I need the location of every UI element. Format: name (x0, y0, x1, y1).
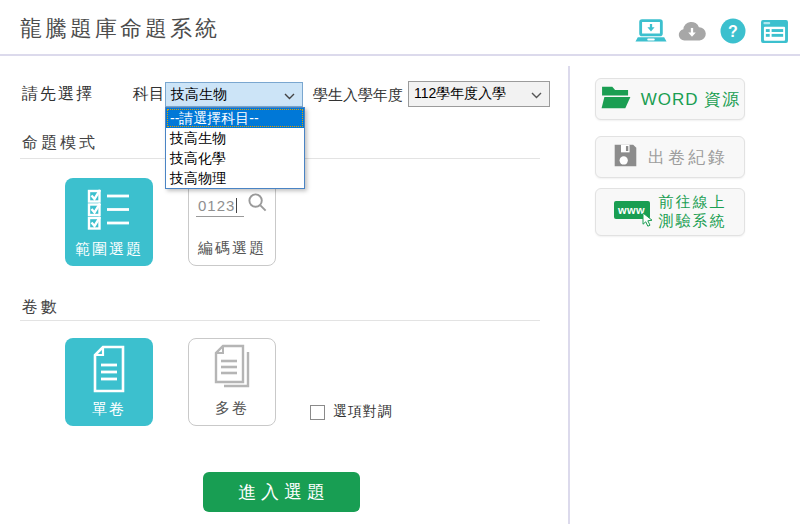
online-test-label: 前往線上 測驗系統 (659, 193, 727, 231)
subject-label: 科目 (133, 84, 165, 105)
header: 龍騰題庫命題系統 ? (0, 0, 800, 56)
chevron-down-icon (284, 87, 295, 103)
online-test-line1: 前往線上 (659, 193, 727, 210)
range-button-label: 範圍選題 (75, 240, 143, 259)
swap-options-checkbox[interactable] (310, 405, 325, 420)
cloud-download-icon[interactable] (676, 17, 708, 45)
word-resource-button[interactable]: WORD 資源 (595, 78, 745, 120)
app-title: 龍騰題庫命題系統 (20, 14, 220, 44)
subject-select-value: 技高生物 (171, 86, 227, 104)
online-test-line2: 測驗系統 (659, 212, 727, 229)
multi-paper-button[interactable]: 多卷 (188, 338, 276, 426)
code-button-label: 編碼選題 (198, 239, 266, 258)
word-resource-label: WORD 資源 (641, 88, 741, 111)
text-caret (236, 198, 237, 213)
range-select-button[interactable]: 範圍選題 (65, 178, 153, 266)
checklist-icon (86, 178, 132, 240)
year-select[interactable]: 112學年度入學 (408, 81, 550, 107)
www-cursor-icon: www (614, 201, 650, 223)
code-input-value: 0123 (198, 197, 235, 214)
multi-paper-label: 多卷 (215, 399, 249, 418)
help-icon[interactable]: ? (717, 17, 749, 45)
dropdown-option-physics[interactable]: 技高物理 (166, 168, 304, 188)
search-icon[interactable] (247, 192, 268, 217)
laptop-download-icon[interactable] (635, 17, 667, 45)
section-divider (20, 320, 540, 321)
mode-section-title: 命題模式 (22, 133, 98, 154)
vertical-divider (568, 66, 570, 524)
record-button[interactable]: 出卷紀錄 (595, 136, 745, 178)
folder-icon (600, 84, 632, 114)
single-paper-button[interactable]: 單卷 (65, 338, 153, 426)
floppy-disk-icon (612, 142, 639, 173)
svg-text:?: ? (728, 23, 738, 40)
multi-document-icon (210, 339, 254, 399)
header-icon-bar: ? (635, 17, 790, 45)
code-select-button[interactable]: 0123 編碼選題 (188, 178, 276, 266)
online-test-button[interactable]: www 前往線上 測驗系統 (595, 188, 745, 236)
swap-options-row: 選項對調 (310, 403, 393, 421)
subject-select[interactable]: 技高生物 (165, 82, 303, 107)
code-input[interactable]: 0123 (196, 197, 244, 217)
single-document-icon (89, 338, 129, 400)
year-select-value: 112學年度入學 (414, 85, 506, 103)
single-paper-label: 單卷 (92, 400, 126, 419)
record-label: 出卷紀錄 (648, 146, 728, 169)
exam-list-icon[interactable] (758, 17, 790, 45)
chevron-down-icon (531, 86, 542, 102)
swap-options-label: 選項對調 (333, 403, 393, 421)
paper-section-title: 卷數 (22, 297, 60, 318)
dropdown-option-placeholder[interactable]: --請選擇科目-- (166, 108, 304, 128)
enter-selection-button[interactable]: 進入選題 (203, 472, 360, 512)
dropdown-option-chemistry[interactable]: 技高化學 (166, 148, 304, 168)
prompt-label: 請先選擇 (22, 84, 94, 105)
dropdown-option-biology[interactable]: 技高生物 (166, 128, 304, 148)
year-label: 學生入學年度 (313, 86, 403, 105)
subject-dropdown-list: --請選擇科目-- 技高生物 技高化學 技高物理 (165, 107, 305, 189)
